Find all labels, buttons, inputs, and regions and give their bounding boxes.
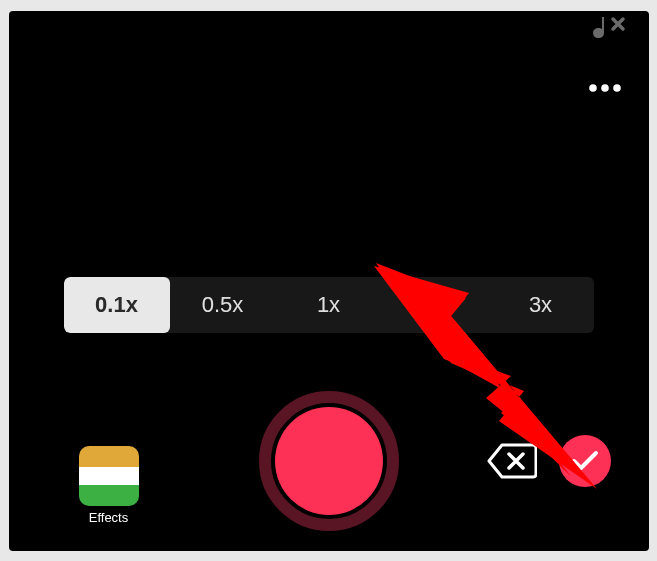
speed-option-label: 3x — [529, 292, 552, 318]
effects-label: Effects — [89, 510, 129, 525]
speed-option-label: 0.5x — [202, 292, 244, 318]
music-cut-icon[interactable] — [590, 13, 628, 43]
effects-button[interactable]: Effects — [79, 446, 139, 525]
record-dot — [275, 407, 383, 515]
record-ring — [259, 391, 399, 531]
speed-option-3x[interactable]: 3x — [488, 277, 594, 333]
backspace-icon — [487, 443, 537, 479]
camera-record-screen: 0.1x 0.5x 1x 3x Effects — [9, 11, 649, 551]
effects-thumbnail — [79, 446, 139, 506]
svg-point-0 — [589, 84, 597, 92]
confirm-button[interactable] — [559, 435, 611, 487]
speed-selector: 0.1x 0.5x 1x 3x — [64, 277, 594, 333]
speed-option-2x[interactable] — [382, 277, 488, 333]
svg-point-2 — [613, 84, 621, 92]
check-icon — [571, 450, 599, 472]
speed-option-label: 1x — [317, 292, 340, 318]
delete-last-button[interactable] — [487, 443, 537, 479]
record-button[interactable] — [259, 391, 399, 531]
top-right-controls — [589, 13, 629, 93]
speed-option-0-5x[interactable]: 0.5x — [170, 277, 276, 333]
speed-option-1x[interactable]: 1x — [276, 277, 382, 333]
speed-option-label: 0.1x — [95, 292, 138, 318]
svg-point-1 — [601, 84, 609, 92]
bottom-controls: Effects — [9, 370, 649, 535]
speed-option-0-1x[interactable]: 0.1x — [64, 277, 170, 333]
more-icon[interactable] — [585, 83, 625, 93]
